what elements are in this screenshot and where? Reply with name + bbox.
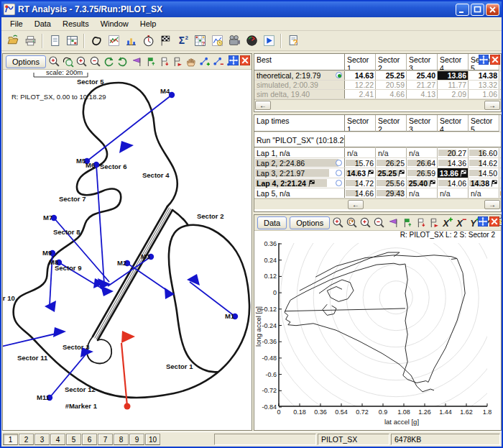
close-button[interactable] — [486, 4, 499, 16]
sigma-icon[interactable]: Σ2 — [174, 32, 191, 50]
map-options-button[interactable]: Options — [6, 55, 46, 68]
track-outline — [87, 337, 111, 363]
best-move-window-icon[interactable] — [479, 55, 489, 65]
plot-flag-down-icon[interactable] — [413, 216, 427, 229]
plot-zoom-area-icon[interactable] — [331, 216, 345, 229]
plot-zoom-out-icon[interactable] — [372, 216, 386, 229]
lap-row[interactable]: Lap 3, 2:21.9714.6325.2526.5913.8614.50 — [254, 168, 501, 178]
print-icon[interactable] — [22, 32, 39, 50]
column-header: Sector 3 — [407, 54, 438, 70]
minimize-button[interactable] — [456, 4, 469, 16]
sector-cell: 12.22 — [345, 81, 376, 89]
menu-results[interactable]: Results — [57, 18, 95, 29]
lap-select-radio[interactable] — [336, 160, 342, 166]
open-icon[interactable] — [4, 32, 22, 50]
workspace-tab-1[interactable]: 1 — [3, 434, 18, 445]
marker-line — [96, 165, 104, 284]
workspace-tab-7[interactable]: 7 — [98, 434, 113, 445]
row-label: Lap 2, 2:24.86 — [254, 158, 345, 168]
map-flag-down-icon[interactable] — [157, 55, 170, 68]
lap-scroll-left-arrow[interactable]: ← — [348, 200, 364, 209]
plot-close-icon[interactable] — [489, 216, 499, 227]
grid-query-icon[interactable]: ? — [191, 32, 208, 50]
track-map-canvas[interactable]: scale: 200mR: PILOT_SX, 0.00 to 10:18.29… — [3, 70, 251, 430]
x-tick-label: 0 — [277, 408, 280, 416]
sector-cell: 14.72 — [345, 178, 376, 188]
map-close-icon[interactable] — [240, 55, 250, 65]
lap-select-radio[interactable] — [336, 180, 342, 186]
gauge-icon[interactable] — [243, 32, 260, 50]
y-tick-label: -0.12 — [262, 306, 277, 313]
map-point-add-icon[interactable] — [198, 55, 211, 68]
plot-flag-up-icon[interactable] — [400, 216, 413, 229]
map-zoom-track-icon[interactable] — [61, 55, 75, 68]
menu-data[interactable]: Data — [29, 18, 57, 29]
gg-plot-canvas[interactable]: 00.180.360.540.720.91.081.261.441.621.80… — [254, 240, 500, 430]
workspace-tab-4[interactable]: 4 — [50, 434, 65, 445]
table-map-icon[interactable] — [63, 32, 80, 50]
help-icon[interactable]: ? — [285, 32, 302, 50]
bar-chart-icon[interactable] — [122, 32, 139, 50]
map-zoom-out-icon[interactable] — [88, 55, 102, 68]
map-rotate-ccw-icon[interactable] — [116, 55, 129, 68]
plot-options-button[interactable]: Options — [290, 216, 330, 229]
lap-row[interactable]: Lap 2, 2:24.8615.7626.2526.6414.3614.62 — [254, 158, 501, 168]
sector-cell: 25.40 — [407, 178, 438, 188]
best-scroll-right-arrow[interactable]: → — [484, 101, 500, 110]
map-zoom-area-icon[interactable] — [47, 55, 61, 68]
stopwatch-icon[interactable] — [139, 32, 157, 50]
lap-select-radio[interactable] — [336, 170, 342, 176]
y-tick-label: -0.36 — [262, 338, 277, 345]
table-title: Lap times — [254, 115, 345, 132]
map-flag-play-icon[interactable] — [170, 55, 184, 68]
plot-data-button[interactable]: Data — [257, 216, 287, 229]
sector-flag-icon — [187, 274, 200, 285]
plot-flag-back-icon[interactable] — [386, 216, 400, 229]
plot-zoom-prev-icon[interactable] — [345, 216, 359, 229]
column-header: Sector 4 — [438, 115, 469, 132]
menu-help[interactable]: Help — [134, 18, 162, 29]
plot-toolbar: Data Options XXYY — [254, 215, 501, 231]
workspace-tab-3[interactable]: 3 — [34, 434, 50, 445]
report-icon[interactable] — [46, 32, 63, 50]
titlebar[interactable]: RT Analysis - 7.3.75/Run:PILOT_SX — [1, 1, 502, 17]
play-icon[interactable] — [260, 32, 277, 50]
workspace-tab-9[interactable]: 9 — [129, 434, 144, 445]
plot-x-plus-icon[interactable]: X — [440, 216, 454, 229]
map-flag-up-icon[interactable] — [143, 55, 157, 68]
lap-scroll-right-arrow[interactable]: → — [484, 200, 500, 209]
finish-flag-icon[interactable] — [157, 32, 174, 50]
chart-time-icon[interactable] — [208, 32, 226, 50]
workspace-tab-5[interactable]: 5 — [66, 434, 81, 445]
lap-row: Lap 5, n/a14.6629.43n/an/an/an — [254, 188, 501, 198]
plot-zoom-in-icon[interactable] — [359, 216, 372, 229]
map-rotate-cw-icon[interactable] — [102, 55, 116, 68]
map-move-window-icon[interactable] — [229, 55, 239, 65]
best-scroll-left-arrow[interactable]: ← — [255, 101, 271, 110]
video-icon[interactable] — [226, 32, 243, 50]
plot-x-minus-icon[interactable]: X — [454, 216, 468, 229]
workspace-tab-6[interactable]: 6 — [82, 434, 97, 445]
track-icon[interactable] — [88, 32, 105, 50]
best-sectors-panel: BestSector 1Sector 2Sector 3Sector 4Sect… — [254, 53, 502, 112]
menu-file[interactable]: File — [4, 18, 29, 29]
menu-window[interactable]: Window — [95, 18, 134, 29]
chart-icon[interactable] — [105, 32, 122, 50]
lap-select-radio[interactable] — [336, 72, 342, 78]
best-close-icon[interactable] — [490, 55, 500, 65]
sector-cell: 21.27 — [407, 81, 438, 89]
sector-cell: 2.41 — [345, 90, 376, 99]
maximize-button[interactable] — [471, 4, 484, 16]
map-point-remove-icon[interactable] — [211, 55, 225, 68]
map-pan-icon[interactable] — [184, 55, 198, 68]
plot-flag-play-icon[interactable] — [427, 216, 440, 229]
workspace-tab-10[interactable]: 10 — [145, 434, 160, 445]
map-flag-back-icon[interactable] — [129, 55, 143, 68]
workspace-tab-8[interactable]: 8 — [114, 434, 129, 445]
sector-cell: 14.36 — [438, 158, 469, 168]
lap-row[interactable]: Lap 4, 2:21.2414.7225.5625.4014.0614.38 — [254, 178, 501, 188]
plot-move-window-icon[interactable] — [478, 216, 488, 227]
workspace-tab-2[interactable]: 2 — [19, 434, 34, 445]
map-zoom-in-icon[interactable] — [75, 55, 88, 68]
sector-label: Sector 10 — [3, 294, 15, 302]
